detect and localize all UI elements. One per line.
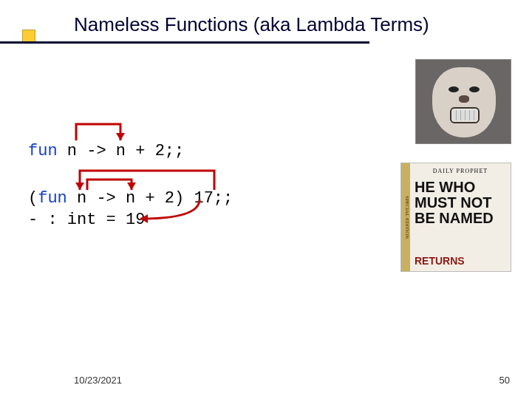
image-daily-prophet: SPECIAL EDITION DAILY PROPHET HE WHO MUS… bbox=[400, 163, 511, 272]
title-underline bbox=[0, 41, 369, 44]
keyword-fun: fun bbox=[28, 142, 58, 160]
poster-headline: HE WHO MUST NOT BE NAMED bbox=[415, 180, 506, 226]
slide-title: Nameless Functions (aka Lambda Terms) bbox=[74, 13, 429, 36]
paren-open: ( bbox=[28, 189, 38, 208]
code-block: fun n -> n + 2;; (fun n -> n + 2) 17;; -… bbox=[28, 140, 233, 231]
code-line-2: (fun n -> n + 2) 17;; bbox=[28, 188, 233, 210]
footer-date: 10/23/2021 bbox=[74, 375, 122, 386]
code-line-1-rest: n -> n + 2;; bbox=[58, 142, 185, 160]
poster-sub: RETURNS bbox=[415, 255, 506, 267]
svg-marker-0 bbox=[116, 133, 125, 140]
code-line-2-rest: n -> n + 2) 17;; bbox=[67, 189, 233, 208]
poster-banner: DAILY PROPHET bbox=[415, 168, 506, 174]
poster-strip: SPECIAL EDITION bbox=[401, 163, 410, 271]
footer-page-number: 50 bbox=[499, 375, 510, 386]
code-line-1: fun n -> n + 2;; bbox=[28, 140, 233, 163]
image-voldemort bbox=[415, 59, 511, 144]
code-line-3: - : int = 19 bbox=[28, 209, 233, 231]
keyword-fun-2: fun bbox=[38, 189, 67, 208]
